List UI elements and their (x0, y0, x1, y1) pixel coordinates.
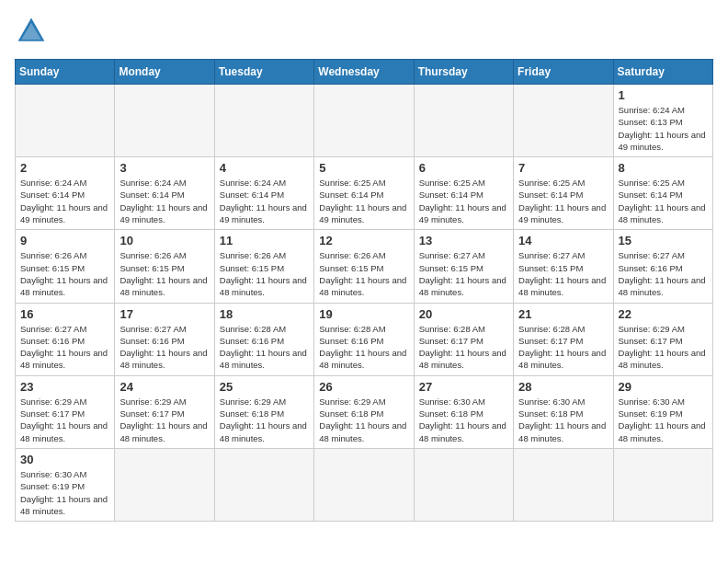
cell-info: Sunrise: 6:30 AM Sunset: 6:19 PM Dayligh… (20, 468, 109, 517)
day-number: 26 (319, 380, 408, 394)
cell-info: Sunrise: 6:26 AM Sunset: 6:15 PM Dayligh… (220, 249, 309, 298)
calendar-week-row: 30Sunrise: 6:30 AM Sunset: 6:19 PM Dayli… (16, 448, 713, 521)
day-number: 23 (20, 380, 109, 394)
day-number: 19 (319, 307, 408, 321)
calendar-cell: 18Sunrise: 6:28 AM Sunset: 6:16 PM Dayli… (214, 303, 313, 375)
calendar-cell: 20Sunrise: 6:28 AM Sunset: 6:17 PM Dayli… (414, 303, 513, 375)
calendar-cell: 19Sunrise: 6:28 AM Sunset: 6:16 PM Dayli… (314, 303, 414, 375)
cell-info: Sunrise: 6:27 AM Sunset: 6:16 PM Dayligh… (119, 323, 209, 372)
calendar-cell: 15Sunrise: 6:27 AM Sunset: 6:16 PM Dayli… (613, 230, 712, 303)
day-number: 4 (220, 161, 309, 175)
calendar-week-row: 16Sunrise: 6:27 AM Sunset: 6:16 PM Dayli… (16, 303, 713, 375)
day-number: 27 (419, 380, 508, 394)
day-number: 18 (220, 307, 309, 321)
cell-info: Sunrise: 6:24 AM Sunset: 6:14 PM Dayligh… (119, 177, 209, 225)
calendar-cell: 25Sunrise: 6:29 AM Sunset: 6:18 PM Dayli… (214, 375, 313, 448)
calendar-cell: 22Sunrise: 6:29 AM Sunset: 6:17 PM Dayli… (613, 303, 712, 375)
day-number: 16 (20, 307, 109, 321)
calendar-cell (514, 85, 613, 157)
calendar-cell: 17Sunrise: 6:27 AM Sunset: 6:16 PM Dayli… (115, 303, 214, 375)
calendar-cell (414, 448, 513, 521)
cell-info: Sunrise: 6:28 AM Sunset: 6:17 PM Dayligh… (419, 323, 508, 372)
cell-info: Sunrise: 6:24 AM Sunset: 6:13 PM Dayligh… (619, 104, 708, 153)
cell-info: Sunrise: 6:26 AM Sunset: 6:15 PM Dayligh… (119, 249, 209, 298)
cell-info: Sunrise: 6:25 AM Sunset: 6:14 PM Dayligh… (619, 177, 708, 225)
calendar-cell: 28Sunrise: 6:30 AM Sunset: 6:18 PM Dayli… (514, 375, 613, 448)
calendar-cell (115, 85, 214, 157)
day-header-monday: Monday (115, 60, 214, 85)
day-header-tuesday: Tuesday (214, 60, 313, 85)
calendar-cell: 6Sunrise: 6:25 AM Sunset: 6:14 PM Daylig… (414, 157, 513, 230)
day-header-sunday: Sunday (16, 60, 115, 85)
calendar-week-row: 23Sunrise: 6:29 AM Sunset: 6:17 PM Dayli… (16, 375, 713, 448)
logo (15, 15, 53, 48)
calendar-cell (314, 85, 414, 157)
cell-info: Sunrise: 6:26 AM Sunset: 6:15 PM Dayligh… (20, 249, 109, 298)
calendar-cell (16, 85, 115, 157)
calendar-cell: 26Sunrise: 6:29 AM Sunset: 6:18 PM Dayli… (314, 375, 414, 448)
calendar-cell: 21Sunrise: 6:28 AM Sunset: 6:17 PM Dayli… (514, 303, 613, 375)
cell-info: Sunrise: 6:28 AM Sunset: 6:16 PM Dayligh… (220, 323, 309, 372)
cell-info: Sunrise: 6:29 AM Sunset: 6:17 PM Dayligh… (619, 323, 708, 372)
cell-info: Sunrise: 6:25 AM Sunset: 6:14 PM Dayligh… (419, 177, 508, 225)
day-number: 28 (518, 380, 608, 394)
day-number: 3 (119, 161, 209, 175)
day-header-thursday: Thursday (414, 60, 513, 85)
calendar-cell: 13Sunrise: 6:27 AM Sunset: 6:15 PM Dayli… (414, 230, 513, 303)
day-number: 7 (518, 161, 608, 175)
day-number: 6 (419, 161, 508, 175)
cell-info: Sunrise: 6:30 AM Sunset: 6:18 PM Dayligh… (419, 396, 508, 444)
day-number: 2 (20, 161, 109, 175)
calendar-cell: 7Sunrise: 6:25 AM Sunset: 6:14 PM Daylig… (514, 157, 613, 230)
calendar-week-row: 2Sunrise: 6:24 AM Sunset: 6:14 PM Daylig… (16, 157, 713, 230)
cell-info: Sunrise: 6:29 AM Sunset: 6:17 PM Dayligh… (119, 396, 209, 444)
calendar-cell: 5Sunrise: 6:25 AM Sunset: 6:14 PM Daylig… (314, 157, 414, 230)
day-number: 11 (220, 234, 309, 247)
day-number: 14 (518, 234, 608, 247)
calendar-cell: 1Sunrise: 6:24 AM Sunset: 6:13 PM Daylig… (613, 85, 712, 157)
calendar-week-row: 9Sunrise: 6:26 AM Sunset: 6:15 PM Daylig… (16, 230, 713, 303)
day-number: 29 (619, 380, 708, 394)
calendar-cell: 27Sunrise: 6:30 AM Sunset: 6:18 PM Dayli… (414, 375, 513, 448)
calendar-cell: 9Sunrise: 6:26 AM Sunset: 6:15 PM Daylig… (16, 230, 115, 303)
day-number: 20 (419, 307, 508, 321)
calendar-header-row: SundayMondayTuesdayWednesdayThursdayFrid… (16, 60, 713, 85)
day-header-friday: Friday (514, 60, 613, 85)
cell-info: Sunrise: 6:28 AM Sunset: 6:17 PM Dayligh… (518, 323, 608, 372)
day-number: 13 (419, 234, 508, 247)
cell-info: Sunrise: 6:27 AM Sunset: 6:16 PM Dayligh… (20, 323, 109, 372)
cell-info: Sunrise: 6:27 AM Sunset: 6:15 PM Dayligh… (419, 249, 508, 298)
calendar-cell: 14Sunrise: 6:27 AM Sunset: 6:15 PM Dayli… (514, 230, 613, 303)
calendar-cell (514, 448, 613, 521)
cell-info: Sunrise: 6:25 AM Sunset: 6:14 PM Dayligh… (319, 177, 408, 225)
day-number: 8 (619, 161, 708, 175)
calendar-cell: 8Sunrise: 6:25 AM Sunset: 6:14 PM Daylig… (613, 157, 712, 230)
calendar-cell: 12Sunrise: 6:26 AM Sunset: 6:15 PM Dayli… (314, 230, 414, 303)
calendar-cell: 30Sunrise: 6:30 AM Sunset: 6:19 PM Dayli… (16, 448, 115, 521)
cell-info: Sunrise: 6:29 AM Sunset: 6:17 PM Dayligh… (20, 396, 109, 444)
day-number: 30 (20, 453, 109, 466)
day-number: 21 (518, 307, 608, 321)
day-number: 22 (619, 307, 708, 321)
calendar-cell (214, 448, 313, 521)
calendar-cell: 29Sunrise: 6:30 AM Sunset: 6:19 PM Dayli… (613, 375, 712, 448)
calendar-cell: 11Sunrise: 6:26 AM Sunset: 6:15 PM Dayli… (214, 230, 313, 303)
calendar-cell: 10Sunrise: 6:26 AM Sunset: 6:15 PM Dayli… (115, 230, 214, 303)
cell-info: Sunrise: 6:26 AM Sunset: 6:15 PM Dayligh… (319, 249, 408, 298)
logo-icon (15, 15, 48, 48)
cell-info: Sunrise: 6:27 AM Sunset: 6:15 PM Dayligh… (518, 249, 608, 298)
cell-info: Sunrise: 6:29 AM Sunset: 6:18 PM Dayligh… (319, 396, 408, 444)
cell-info: Sunrise: 6:29 AM Sunset: 6:18 PM Dayligh… (220, 396, 309, 444)
day-number: 17 (119, 307, 209, 321)
day-number: 9 (20, 234, 109, 247)
day-number: 10 (119, 234, 209, 247)
page-header (15, 15, 713, 48)
calendar-cell (414, 85, 513, 157)
cell-info: Sunrise: 6:27 AM Sunset: 6:16 PM Dayligh… (619, 249, 708, 298)
cell-info: Sunrise: 6:24 AM Sunset: 6:14 PM Dayligh… (220, 177, 309, 225)
cell-info: Sunrise: 6:28 AM Sunset: 6:16 PM Dayligh… (319, 323, 408, 372)
calendar-cell: 24Sunrise: 6:29 AM Sunset: 6:17 PM Dayli… (115, 375, 214, 448)
calendar-cell (314, 448, 414, 521)
calendar-week-row: 1Sunrise: 6:24 AM Sunset: 6:13 PM Daylig… (16, 85, 713, 157)
day-header-saturday: Saturday (613, 60, 712, 85)
